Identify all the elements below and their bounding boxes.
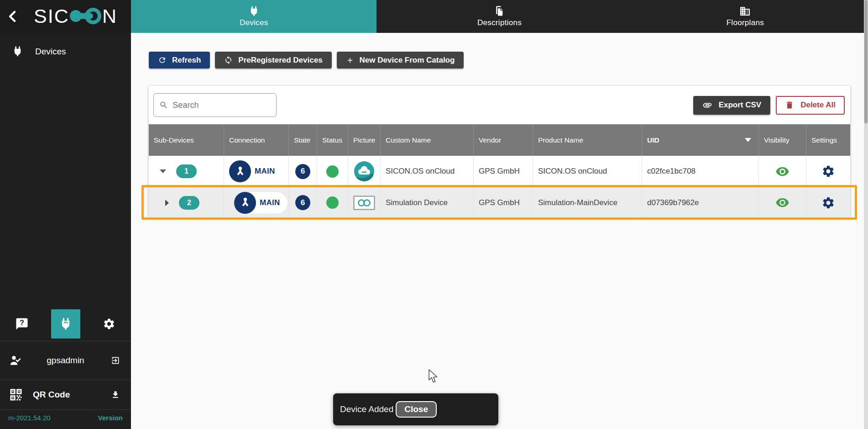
devices-quick-button[interactable]: [51, 309, 80, 339]
qr-code-label[interactable]: QR Code: [33, 390, 109, 400]
gear-icon: [103, 318, 115, 330]
qr-icon: [9, 388, 23, 402]
device-picture-cloud-logo: [354, 161, 374, 181]
sub-devices-badge[interactable]: 2: [179, 196, 199, 210]
status-online-dot: [326, 196, 339, 209]
sidebar-item-label: Devices: [35, 47, 66, 57]
cell-sub-devices: 2: [149, 187, 224, 218]
cell-state: 6: [289, 187, 317, 218]
tab-devices[interactable]: Devices: [131, 0, 376, 33]
search-box[interactable]: [153, 93, 277, 117]
toast-message: Device Added: [340, 404, 393, 414]
cell-custom-name: SICON.OS onCloud: [381, 156, 474, 187]
device-picture-simulation-logo: [353, 196, 375, 210]
building-icon: [739, 5, 751, 17]
column-header-status[interactable]: Status: [317, 124, 348, 156]
cell-vendor: GPS GmbH: [474, 156, 533, 187]
table-header-row: Sub-Devices Connection State Status Pict…: [149, 124, 850, 156]
export-csv-label: Export CSV: [719, 101, 762, 110]
device-settings-button[interactable]: [820, 194, 837, 212]
cell-connection: MAIN: [224, 187, 289, 218]
collapse-row-icon[interactable]: [160, 169, 166, 173]
sub-devices-badge[interactable]: 1: [176, 164, 197, 178]
tab-label: Floorplans: [727, 18, 764, 27]
eye-icon: [775, 196, 790, 210]
qr-row: QR Code: [0, 380, 131, 409]
cell-settings: [806, 187, 850, 218]
device-settings-button[interactable]: [820, 163, 837, 180]
help-icon: ?: [15, 317, 29, 331]
tab-descriptions[interactable]: Descriptions: [376, 0, 622, 33]
eye-icon: [775, 164, 790, 179]
cell-sub-devices: 1: [149, 156, 224, 187]
export-csv-button[interactable]: Export CSV: [693, 96, 771, 115]
column-header-settings[interactable]: Settings: [806, 124, 850, 156]
cell-settings: [806, 156, 850, 187]
new-device-from-catalog-button[interactable]: New Device From Catalog: [337, 52, 464, 69]
person-check-icon: [9, 354, 22, 367]
cell-vendor: GPS GmbH: [474, 187, 533, 218]
status-online-dot: [326, 165, 339, 178]
visibility-toggle[interactable]: [774, 163, 791, 180]
column-header-state[interactable]: State: [289, 124, 317, 156]
plus-icon: [346, 56, 354, 64]
user-row: gpsadmin: [0, 341, 131, 380]
copy-icon: [494, 5, 505, 17]
attachment-icon: [702, 100, 712, 110]
delete-all-button[interactable]: Delete All: [776, 96, 845, 115]
visibility-toggle[interactable]: [774, 194, 791, 212]
top-tab-bar: Devices Descriptions Floorplans: [131, 0, 868, 33]
download-icon[interactable]: [109, 388, 122, 401]
plug-icon: [59, 317, 73, 331]
main-content: Refresh PreRegistered Devices New Device…: [131, 33, 868, 429]
connection-hub-icon: [229, 160, 251, 182]
settings-quick-button[interactable]: [94, 309, 124, 339]
cell-product-name: SICON.OS onCloud: [533, 156, 642, 187]
tab-floorplans[interactable]: Floorplans: [622, 0, 868, 33]
toast-snackbar: Device Added Close: [333, 393, 498, 425]
cell-state: 6: [289, 156, 317, 187]
version-row: m-2021.54.20 Version: [0, 410, 131, 429]
tab-label: Devices: [240, 18, 268, 27]
help-button[interactable]: ?: [7, 309, 37, 339]
table-row-selected[interactable]: 2 MAIN 6: [149, 187, 850, 218]
column-header-custom-name[interactable]: Custom Name: [381, 124, 474, 156]
search-input[interactable]: [173, 101, 271, 110]
table-row[interactable]: 1 MAIN 6: [149, 156, 850, 187]
column-header-vendor[interactable]: Vendor: [474, 124, 533, 156]
cell-visibility: [759, 187, 806, 218]
column-header-visibility[interactable]: Visibility: [759, 124, 806, 156]
refresh-button[interactable]: Refresh: [149, 52, 210, 69]
sync-icon: [224, 56, 233, 64]
connection-label: MAIN: [260, 198, 280, 207]
trash-icon: [785, 101, 794, 110]
column-header-sub-devices[interactable]: Sub-Devices: [149, 124, 224, 156]
action-buttons: Refresh PreRegistered Devices New Device…: [149, 52, 464, 69]
cell-custom-name: Simulation Device: [381, 187, 474, 218]
sicon-logo: SIC N: [26, 5, 131, 27]
column-header-connection[interactable]: Connection: [224, 124, 289, 156]
sidebar-item-devices[interactable]: Devices: [0, 33, 131, 68]
search-icon: [159, 100, 168, 110]
logout-icon[interactable]: [109, 354, 122, 367]
state-badge: 6: [295, 164, 310, 179]
plug-icon: [248, 5, 260, 17]
sort-caret-icon: [745, 138, 751, 142]
column-header-picture[interactable]: Picture: [348, 124, 381, 156]
expand-row-icon[interactable]: [165, 200, 169, 206]
column-header-product-name[interactable]: Product Name: [533, 124, 642, 156]
refresh-icon: [158, 56, 167, 64]
collapse-sidebar-button[interactable]: [0, 10, 26, 23]
cell-connection: MAIN: [224, 156, 289, 187]
cell-picture: [348, 187, 381, 218]
page-scrollbar[interactable]: [864, 0, 868, 429]
preregistered-label: PreRegistered Devices: [238, 56, 322, 65]
back-icon: [7, 10, 18, 23]
toast-close-button[interactable]: Close: [396, 401, 437, 418]
scrollbar-thumb[interactable]: [864, 0, 868, 123]
state-badge: 6: [295, 195, 310, 210]
table-toolbar: Export CSV Delete All: [149, 86, 850, 124]
preregistered-devices-button[interactable]: PreRegistered Devices: [215, 52, 331, 69]
cell-uid: c02fce1bc708: [642, 156, 759, 187]
column-header-uid[interactable]: UID: [642, 124, 759, 156]
